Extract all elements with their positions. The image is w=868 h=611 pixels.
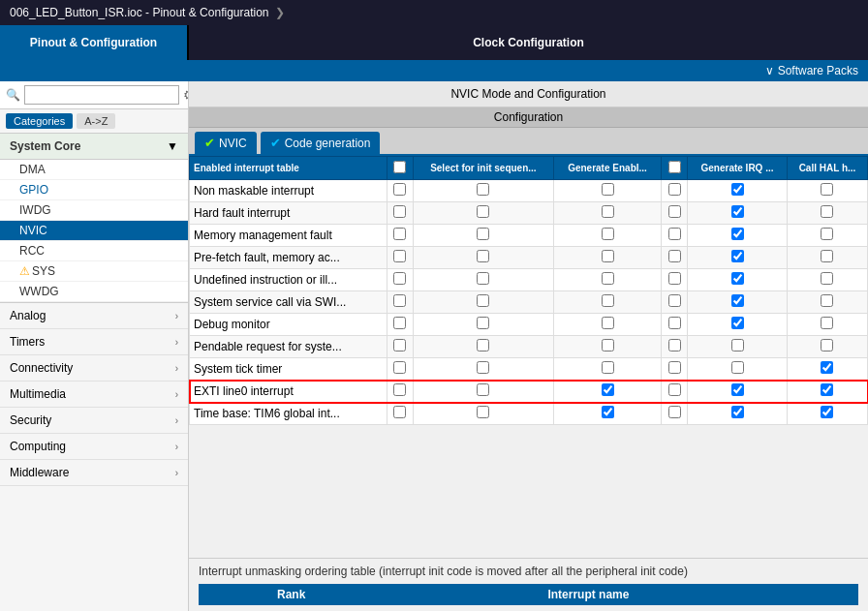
sidebar-item-dma[interactable]: DMA <box>0 160 188 180</box>
cb-gen-enable2[interactable] <box>662 202 688 225</box>
cb-enabled[interactable] <box>387 225 413 247</box>
cb-gen-enable[interactable] <box>553 381 661 403</box>
interrupt-name: Hard fault interrupt <box>190 202 388 225</box>
cb-gen-enable[interactable] <box>553 358 661 381</box>
sidebar-item-rcc[interactable]: RCC <box>0 241 188 261</box>
cb-gen-irq[interactable] <box>688 225 788 247</box>
cb-gen-irq[interactable] <box>688 381 788 403</box>
cb-call-hal[interactable] <box>787 403 867 425</box>
chevron-right-icon: › <box>175 415 178 426</box>
sidebar-item-multimedia[interactable]: Multimedia › <box>0 382 188 408</box>
select-all-checkbox[interactable] <box>393 161 406 173</box>
tab-clock[interactable]: Clock Configuration <box>189 25 868 60</box>
tab-pinout[interactable]: Pinout & Configuration <box>0 25 189 60</box>
cb-call-hal[interactable] <box>787 269 867 291</box>
cb-enabled[interactable] <box>387 358 413 381</box>
cb-call-hal[interactable] <box>787 180 867 202</box>
sidebar-item-iwdg[interactable]: IWDG <box>0 200 188 221</box>
cb-gen-irq[interactable] <box>688 336 788 358</box>
cb-select-init[interactable] <box>413 314 553 336</box>
sidebar-item-analog[interactable]: Analog › <box>0 303 188 329</box>
cb-gen-enable[interactable] <box>553 180 661 202</box>
cb-call-hal[interactable] <box>787 225 867 247</box>
cb-gen-enable[interactable] <box>553 314 661 336</box>
cb-gen-enable2[interactable] <box>662 180 688 202</box>
cb-select-init[interactable] <box>413 180 553 202</box>
col-checkbox2[interactable] <box>662 157 688 180</box>
cb-gen-enable2[interactable] <box>662 247 688 269</box>
cb-gen-enable2[interactable] <box>662 225 688 247</box>
sidebar-item-sys[interactable]: ⚠SYS <box>0 261 188 282</box>
cb-gen-enable2[interactable] <box>662 314 688 336</box>
title-arrow: ❯ <box>275 6 285 19</box>
cb-gen-irq[interactable] <box>688 314 788 336</box>
cb-select-init[interactable] <box>413 225 553 247</box>
cb-gen-enable2[interactable] <box>662 358 688 381</box>
cb-gen-enable2[interactable] <box>662 269 688 291</box>
col-checkbox-all[interactable] <box>387 157 413 180</box>
cb-gen-enable2[interactable] <box>662 291 688 314</box>
interrupt-name: Pre-fetch fault, memory ac... <box>190 247 388 269</box>
cb-select-init[interactable] <box>413 247 553 269</box>
cb-gen-irq[interactable] <box>688 180 788 202</box>
cb-call-hal[interactable] <box>787 358 867 381</box>
cb-select-init[interactable] <box>413 336 553 358</box>
cb-enabled[interactable] <box>387 202 413 225</box>
cb-gen-enable2[interactable] <box>662 381 688 403</box>
cb-enabled[interactable] <box>387 291 413 314</box>
cb-gen-enable[interactable] <box>553 225 661 247</box>
cb-select-init[interactable] <box>413 269 553 291</box>
middleware-label: Middleware <box>10 466 69 479</box>
search-input[interactable] <box>24 85 179 105</box>
cb-select-init[interactable] <box>413 358 553 381</box>
sidebar-item-timers[interactable]: Timers › <box>0 329 188 355</box>
cb-gen-irq[interactable] <box>688 202 788 225</box>
cb-enabled[interactable] <box>387 247 413 269</box>
cb-select-init[interactable] <box>413 381 553 403</box>
cb-gen-irq[interactable] <box>688 358 788 381</box>
cb-enabled[interactable] <box>387 336 413 358</box>
cb-enabled[interactable] <box>387 381 413 403</box>
cb-gen-irq[interactable] <box>688 269 788 291</box>
filter-categories[interactable]: Categories <box>6 113 73 129</box>
cb-gen-enable2[interactable] <box>662 336 688 358</box>
cb-call-hal[interactable] <box>787 336 867 358</box>
cb-gen-enable[interactable] <box>553 403 661 425</box>
cb-select-init[interactable] <box>413 202 553 225</box>
cb-gen-enable[interactable] <box>553 269 661 291</box>
sidebar-item-middleware[interactable]: Middleware › <box>0 460 188 486</box>
cb-call-hal[interactable] <box>787 247 867 269</box>
cb-select-init[interactable] <box>413 291 553 314</box>
cb-enabled[interactable] <box>387 180 413 202</box>
cb-gen-enable[interactable] <box>553 336 661 358</box>
tab-nvic[interactable]: ✔ NVIC <box>195 132 257 154</box>
col2-checkbox[interactable] <box>668 161 681 173</box>
cb-enabled[interactable] <box>387 314 413 336</box>
sidebar-item-nvic[interactable]: NVIC <box>0 221 188 241</box>
cb-select-init[interactable] <box>413 403 553 425</box>
sidebar-item-system-core[interactable]: System Core ▼ <box>0 134 188 160</box>
software-packs-bar[interactable]: ∨ Software Packs <box>0 60 868 81</box>
cb-gen-irq[interactable] <box>688 247 788 269</box>
tab-code-generation[interactable]: ✔ Code generation <box>261 132 381 154</box>
cb-gen-enable[interactable] <box>553 247 661 269</box>
cb-gen-irq[interactable] <box>688 291 788 314</box>
sidebar-item-computing[interactable]: Computing › <box>0 434 188 460</box>
sidebar-item-connectivity[interactable]: Connectivity › <box>0 355 188 382</box>
cb-call-hal[interactable] <box>787 291 867 314</box>
sidebar-item-security[interactable]: Security › <box>0 408 188 434</box>
rank-table-wrapper: Rank Interrupt name <box>199 584 858 605</box>
sidebar-item-gpio[interactable]: GPIO <box>0 180 188 200</box>
cb-gen-enable2[interactable] <box>662 403 688 425</box>
cb-enabled[interactable] <box>387 403 413 425</box>
cb-enabled[interactable] <box>387 269 413 291</box>
rank-table: Rank Interrupt name <box>199 584 858 605</box>
cb-call-hal[interactable] <box>787 314 867 336</box>
cb-call-hal[interactable] <box>787 202 867 225</box>
sidebar-item-wwdg[interactable]: WWDG <box>0 282 188 302</box>
cb-call-hal[interactable] <box>787 381 867 403</box>
cb-gen-enable[interactable] <box>553 202 661 225</box>
cb-gen-enable[interactable] <box>553 291 661 314</box>
filter-az[interactable]: A->Z <box>77 113 115 129</box>
cb-gen-irq[interactable] <box>688 403 788 425</box>
